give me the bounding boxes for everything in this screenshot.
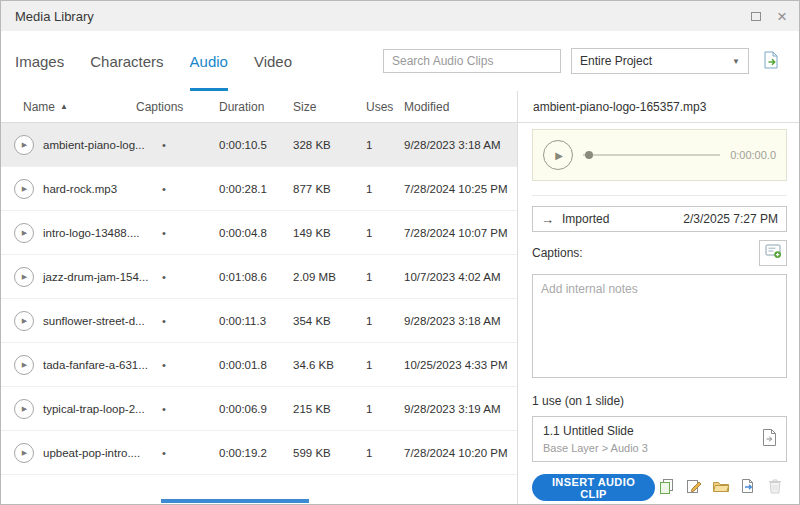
play-icon: ▶ [555,150,563,161]
player-seek-thumb[interactable] [585,151,593,159]
cell-name: ▶ typical-trap-loop-2... [1,399,136,419]
column-header-size[interactable]: Size [293,100,366,114]
captions-icon [765,244,782,262]
window-controls: × [751,8,787,25]
cell-modified: 10/25/2023 4:33 PM [404,359,517,371]
table-row[interactable]: ▶ jazz-drum-jam-154... • 0:01:08.6 2.09 … [1,255,517,299]
go-to-slide-button[interactable] [761,428,778,450]
table-row[interactable]: ▶ upbeat-pop-intro.... • 0:00:19.2 599 K… [1,431,517,475]
cell-size: 599 KB [293,447,366,459]
column-header-captions[interactable]: Captions [136,100,219,114]
cell-duration: 0:00:01.8 [219,359,293,371]
close-icon[interactable]: × [777,8,787,25]
cell-uses: 1 [366,183,404,195]
search-input[interactable] [383,49,561,73]
play-icon: ▶ [22,405,27,413]
cell-modified: 9/28/2023 3:19 AM [404,403,517,415]
duplicate-icon [659,478,675,497]
play-icon: ▶ [22,141,27,149]
maximize-icon[interactable] [751,12,761,21]
window-title: Media Library [15,9,94,24]
cell-duration: 0:00:04.8 [219,227,293,239]
table-row[interactable]: ▶ sunflower-street-d... • 0:00:11.3 354 … [1,299,517,343]
imported-label: Imported [562,212,609,226]
row-play-button[interactable]: ▶ [14,399,34,419]
cell-name: ▶ intro-logo-13488.... [1,223,136,243]
audio-player: ▶ 0:00:00.0 [532,129,787,181]
trash-icon [768,478,782,497]
duplicate-button[interactable] [655,476,679,500]
cell-captions: • [136,447,219,459]
cell-duration: 0:00:28.1 [219,183,293,195]
tab-video[interactable]: Video [254,31,292,91]
cell-duration: 0:01:08.6 [219,271,293,283]
usage-slide-card[interactable]: 1.1 Untitled Slide Base Layer > Audio 3 [532,416,787,462]
action-icons [655,476,787,500]
player-time: 0:00:00.0 [730,149,776,161]
table-row[interactable]: ▶ ambient-piano-log... • 0:00:10.5 328 K… [1,123,517,167]
cell-name: ▶ hard-rock.mp3 [1,179,136,199]
player-seek-track[interactable] [583,154,720,156]
row-play-button[interactable]: ▶ [14,179,34,199]
table-row[interactable]: ▶ tada-fanfare-a-631... • 0:00:01.8 34.6… [1,343,517,387]
open-folder-button[interactable] [709,476,733,500]
player-play-button[interactable]: ▶ [543,140,573,170]
column-header-uses[interactable]: Uses [366,100,404,114]
open-folder-icon [712,479,730,497]
row-play-button[interactable]: ▶ [14,355,34,375]
main-content: Name ▲ Captions Duration Size Uses Modif… [1,91,799,504]
cell-captions: • [136,403,219,415]
import-media-button[interactable] [757,48,785,74]
cell-captions: • [136,359,219,371]
play-icon: ▶ [22,273,27,281]
captions-label: Captions: [532,246,583,260]
cell-uses: 1 [366,227,404,239]
cell-size: 215 KB [293,403,366,415]
actions-row: INSERT AUDIO CLIP [532,474,787,501]
cell-captions: • [136,315,219,327]
table-row[interactable]: ▶ typical-trap-loop-2... • 0:00:06.9 215… [1,387,517,431]
cell-size: 354 KB [293,315,366,327]
metadata-section: → Imported 2/3/2025 7:27 PM Captions: [532,195,787,501]
table-row[interactable]: ▶ intro-logo-13488.... • 0:00:04.8 149 K… [1,211,517,255]
cell-duration: 0:00:10.5 [219,139,293,151]
tab-characters[interactable]: Characters [90,31,163,91]
cell-size: 328 KB [293,139,366,151]
cell-uses: 1 [366,315,404,327]
delete-button[interactable] [763,476,787,500]
cell-uses: 1 [366,403,404,415]
cell-duration: 0:00:11.3 [219,315,293,327]
cell-name: ▶ tada-fanfare-a-631... [1,355,136,375]
column-header-modified[interactable]: Modified [404,100,517,114]
create-captions-button[interactable] [759,240,787,266]
imported-row[interactable]: → Imported 2/3/2025 7:27 PM [532,206,787,232]
media-library-window: Media Library × Images Characters Audio … [0,0,800,505]
row-play-button[interactable]: ▶ [14,223,34,243]
play-icon: ▶ [22,317,27,325]
export-button[interactable] [736,476,760,500]
row-play-button[interactable]: ▶ [14,267,34,287]
scope-dropdown[interactable]: Entire Project ▼ [571,48,749,74]
table-rows: ▶ ambient-piano-log... • 0:00:10.5 328 K… [1,123,517,504]
tab-images[interactable]: Images [15,31,64,91]
edit-button[interactable] [682,476,706,500]
import-arrow-icon: → [541,212,554,227]
column-header-name[interactable]: Name ▲ [1,100,136,114]
usage-summary: 1 use (on 1 slide) [532,394,787,408]
cell-name: ▶ ambient-piano-log... [1,135,136,155]
table-row[interactable]: ▶ hard-rock.mp3 • 0:00:28.1 877 KB 1 7/2… [1,167,517,211]
row-play-button[interactable]: ▶ [14,311,34,331]
row-play-button[interactable]: ▶ [14,443,34,463]
horizontal-scrollbar-thumb[interactable] [161,499,309,503]
titlebar: Media Library × [1,1,799,31]
cell-size: 149 KB [293,227,366,239]
insert-audio-clip-button[interactable]: INSERT AUDIO CLIP [532,474,655,501]
imported-date: 2/3/2025 7:27 PM [683,212,778,226]
details-panel: ambient-piano-logo-165357.mp3 ▶ 0:00:00.… [518,91,799,504]
play-icon: ▶ [22,185,27,193]
notes-input[interactable] [532,274,787,378]
cell-name: ▶ sunflower-street-d... [1,311,136,331]
row-play-button[interactable]: ▶ [14,135,34,155]
column-header-duration[interactable]: Duration [219,100,293,114]
tab-audio[interactable]: Audio [190,31,228,91]
